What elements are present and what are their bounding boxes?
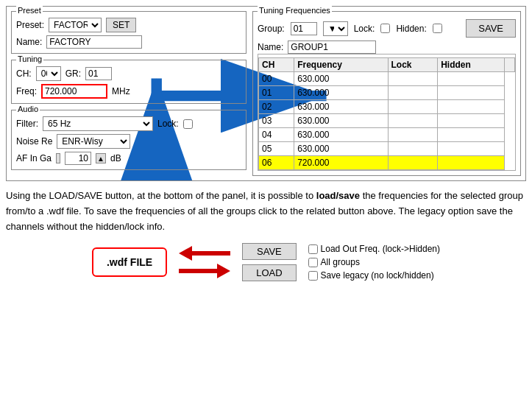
table-row[interactable]: 02 630.000 [259,100,515,114]
load-button[interactable]: LOAD [242,264,296,281]
option-row-3: Save legacy (no lock/hidden) [308,270,440,281]
af-up-btn[interactable]: ▲ [96,153,106,163]
cell-hidden [438,142,505,156]
wdf-file-box: .wdf FILE [92,247,167,277]
col-hidden: Hidden [438,58,505,72]
af-input[interactable] [65,152,91,165]
set-button[interactable]: SET [106,18,136,32]
cell-freq: 630.000 [294,142,388,156]
cell-freq: 630.000 [294,86,388,100]
right-lock-checkbox[interactable] [380,24,390,33]
col-lock: Lock [388,58,438,72]
col-frequency: Frequency [294,58,388,72]
cell-freq: 630.000 [294,114,388,128]
freq-table-wrapper[interactable]: CH Frequency Lock Hidden 00 630.000 01 6… [258,54,516,171]
table-row[interactable]: 05 630.000 [259,142,515,156]
left-arrow-icon [179,246,230,261]
description-text: Using the LOAD/SAVE button, at the botto… [6,189,526,234]
af-label: AF In Ga [16,153,52,163]
arrows-horiz [179,246,230,278]
cell-lock [388,86,438,100]
group-input[interactable] [291,22,317,35]
option-row-2: All groups [308,257,440,267]
gr-label: GR: [65,68,81,79]
right-name-label: Name: [258,42,283,52]
right-column: Tuning Frequencies Group: ▼ Lock: Hidden… [252,11,521,176]
preset-group-title: Preset [16,6,43,15]
option3-checkbox[interactable] [308,271,318,281]
preset-group: Preset Preset: FACTORY SET Name: [11,11,247,54]
cell-lock [388,114,438,128]
cell-ch: 01 [259,86,294,100]
cell-ch: 04 [259,128,294,142]
cell-hidden [438,156,505,170]
current-settings-panel: Preset Preset: FACTORY SET Name: Tuning … [6,6,526,181]
tuning-save-button[interactable]: SAVE [466,19,516,38]
filter-label: Filter: [16,119,38,129]
freq-row: Freq: MHz [16,84,241,99]
name-row: Name: [16,35,241,49]
noise-select[interactable]: ENR-Wisy [57,134,130,149]
right-name-row: Name: [258,40,516,54]
cell-lock [388,72,438,86]
gr-input[interactable] [85,67,112,80]
freq-label: Freq: [16,86,37,96]
cell-hidden [438,114,505,128]
option2-label: All groups [321,257,360,267]
name-input[interactable] [46,35,142,49]
cell-freq: 630.000 [294,100,388,114]
option2-checkbox[interactable] [308,258,318,267]
tuning-freq-group: Tuning Frequencies Group: ▼ Lock: Hidden… [252,11,521,176]
col-ch: CH [259,58,294,72]
bottom-options: Load Out Freq. (lock->Hidden) All groups… [308,244,440,281]
lock-checkbox[interactable] [183,119,193,129]
filter-row: Filter: 65 Hz Lock: [16,116,241,131]
cell-ch: 05 [259,142,294,156]
tuning-group: Tuning CH: 06 GR: Freq: MHz [11,60,247,104]
cell-hidden [438,128,505,142]
preset-select[interactable]: FACTORY [49,18,102,32]
option3-label: Save legacy (no lock/hidden) [321,270,434,281]
table-row[interactable]: 01 630.000 [259,86,515,100]
right-lock-label: Lock: [354,24,375,34]
bottom-section: .wdf FILE SAVE LOAD Load Out Freq. (lock… [6,243,526,281]
freq-table-body: 00 630.000 01 630.000 02 630.000 03 630.… [259,72,515,170]
right-hidden-checkbox[interactable] [433,24,442,33]
cell-hidden [438,86,505,100]
freq-input[interactable] [41,84,107,99]
cell-hidden [438,72,505,86]
lock-label: Lock: [157,119,179,129]
table-row[interactable]: 00 630.000 [259,72,515,86]
option1-label: Load Out Freq. (lock->Hidden) [321,244,440,254]
right-top-row: Group: ▼ Lock: Hidden: SAVE [258,19,516,38]
option-row-1: Load Out Freq. (lock->Hidden) [308,244,440,254]
table-row[interactable]: 04 630.000 [259,128,515,142]
cell-freq: 630.000 [294,128,388,142]
tuning-freq-title: Tuning Frequencies [258,6,332,15]
right-arrow-icon [179,264,230,278]
right-name-input[interactable] [288,40,376,54]
freq-table: CH Frequency Lock Hidden 00 630.000 01 6… [258,57,515,170]
option1-checkbox[interactable] [308,244,318,254]
table-row[interactable]: 06 720.000 [259,156,515,170]
cell-lock [388,100,438,114]
svg-marker-3 [179,264,230,278]
cell-ch: 00 [259,72,294,86]
cell-lock [388,142,438,156]
cell-hidden [438,100,505,114]
ch-select[interactable]: 06 [36,66,61,81]
desc-text1: Using the LOAD/SAVE button, at the botto… [6,190,316,201]
cell-lock [388,128,438,142]
ch-label: CH: [16,68,32,79]
cell-lock [388,156,438,170]
table-row[interactable]: 03 630.000 [259,114,515,128]
left-column: Preset Preset: FACTORY SET Name: Tuning … [11,11,247,176]
group-select[interactable]: ▼ [323,21,348,36]
svg-marker-2 [179,246,230,261]
filter-select[interactable]: 65 Hz [43,116,153,131]
right-hidden-label: Hidden: [396,24,426,34]
preset-label: Preset: [16,20,44,30]
noise-row: Noise Re ENR-Wisy [16,134,241,149]
af-minus-btn[interactable] [56,153,60,163]
save-button[interactable]: SAVE [242,243,296,260]
